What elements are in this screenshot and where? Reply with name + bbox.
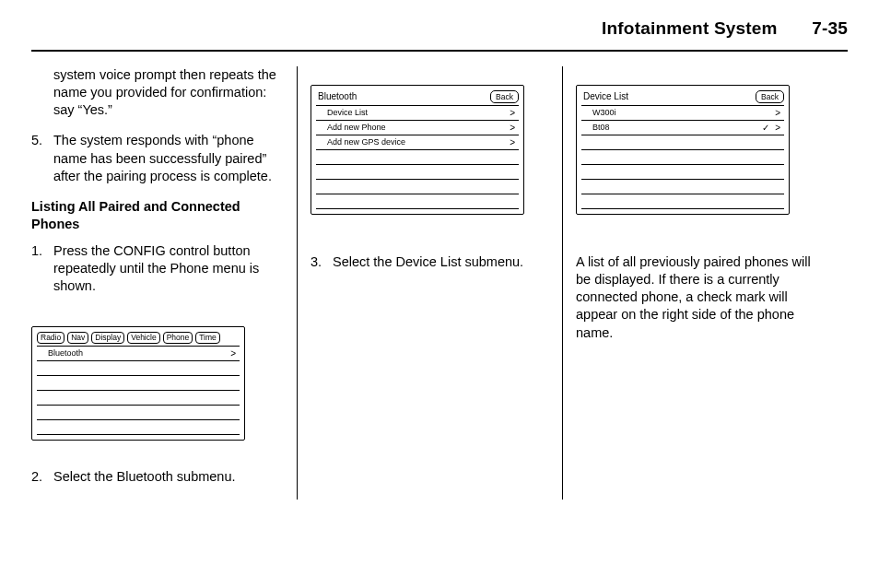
tab-radio[interactable]: Radio	[37, 332, 64, 344]
menu-item-blank	[316, 164, 519, 180]
content-columns: system voice prompt then repeats the nam…	[31, 66, 848, 500]
menu-item-add-phone[interactable]: Add new Phone >	[316, 120, 519, 135]
device-item-bt08[interactable]: Bt08 >	[581, 120, 784, 135]
explanation-text: A list of all previously paired phones w…	[576, 253, 818, 342]
step-2: 2. Select the Bluetooth submenu.	[31, 468, 287, 486]
screen-device-list: Device List Back W300i > Bt08 >	[576, 85, 790, 215]
menu-item-blank	[37, 390, 240, 406]
menu-item-add-gps[interactable]: Add new GPS device >	[316, 135, 519, 150]
step-1: 1. Press the CONFIG control button repea…	[31, 242, 287, 295]
menu-item-blank	[37, 419, 240, 435]
menu-item-blank	[581, 135, 784, 150]
menu-item-blank	[37, 405, 240, 420]
page-header: Infotainment System 7-35	[31, 18, 848, 52]
menu-item-label: Device List	[327, 108, 368, 119]
chevron-right-icon: >	[510, 138, 515, 147]
screen-titlebar: Device List Back	[581, 90, 784, 103]
step-text: The system responds with “phone name has…	[53, 132, 287, 184]
menu-item-blank	[37, 375, 240, 391]
menu-item-blank	[581, 179, 784, 194]
menu-item-label: Bluetooth	[48, 348, 83, 359]
chevron-right-icon: >	[775, 123, 780, 133]
step-number: 2.	[31, 468, 53, 486]
step-number: 5.	[31, 132, 53, 184]
screen-bluetooth-menu: Bluetooth Back Device List > Add new Pho…	[311, 85, 524, 215]
check-icon	[762, 122, 769, 135]
menu-rows: W300i > Bt08 >	[581, 105, 784, 209]
menu-item-blank	[581, 149, 784, 165]
header-title: Infotainment System	[602, 18, 778, 39]
step-text: Select the Bluetooth submenu.	[53, 468, 287, 486]
menu-item-blank	[316, 194, 519, 209]
menu-item-device-list[interactable]: Device List >	[316, 105, 519, 121]
screen-titlebar: Bluetooth Back	[316, 90, 519, 103]
tab-time[interactable]: Time	[195, 332, 220, 344]
manual-page: Infotainment System 7-35 system voice pr…	[0, 0, 879, 588]
chevron-right-icon: >	[510, 123, 515, 133]
subheading: Listing All Paired and Connected Phones	[31, 198, 287, 233]
step-3: 3. Select the Device List submenu.	[311, 253, 553, 271]
menu-item-blank	[581, 194, 784, 209]
device-item-w300i[interactable]: W300i >	[581, 105, 784, 121]
chevron-right-icon: >	[775, 109, 780, 118]
step-text: Select the Device List submenu.	[333, 253, 553, 271]
menu-item-blank	[316, 149, 519, 165]
column-1: system voice prompt then repeats the nam…	[31, 66, 297, 500]
screen-phone-menu: Radio Nav Display Vehicle Phone Time Blu…	[31, 326, 245, 441]
step-5: 5. The system responds with “phone name …	[31, 132, 287, 184]
menu-rows: Bluetooth >	[37, 346, 240, 435]
column-2: Bluetooth Back Device List > Add new Pho…	[297, 66, 562, 500]
back-button[interactable]: Back	[490, 90, 519, 103]
continuation-text: system voice prompt then repeats the nam…	[31, 66, 287, 119]
menu-rows: Device List > Add new Phone > Add new GP…	[316, 105, 519, 209]
menu-item-label: Add new GPS device	[327, 137, 405, 148]
menu-item-label: Add new Phone	[327, 123, 386, 134]
menu-item-label: W300i	[592, 108, 616, 119]
tab-nav[interactable]: Nav	[67, 332, 88, 344]
tab-display[interactable]: Display	[91, 332, 124, 344]
chevron-right-icon: >	[510, 109, 515, 118]
screen-title: Bluetooth	[316, 90, 357, 102]
tab-vehicle[interactable]: Vehicle	[127, 332, 159, 344]
step-number: 1.	[31, 242, 53, 295]
column-3: Device List Back W300i > Bt08 >	[562, 66, 827, 500]
back-button[interactable]: Back	[756, 90, 784, 103]
menu-item-blank	[37, 360, 240, 376]
menu-item-blank	[316, 179, 519, 194]
step-number: 3.	[311, 253, 333, 271]
menu-item-bluetooth[interactable]: Bluetooth >	[37, 346, 240, 361]
tab-row: Radio Nav Display Vehicle Phone Time	[37, 332, 240, 344]
screen-title: Device List	[581, 90, 628, 102]
menu-item-label: Bt08	[592, 123, 610, 134]
tab-phone[interactable]: Phone	[163, 332, 193, 344]
step-text: Press the CONFIG control button repeated…	[53, 242, 287, 295]
page-number: 7-35	[812, 18, 848, 39]
chevron-right-icon: >	[230, 349, 236, 359]
menu-item-blank	[581, 164, 784, 180]
